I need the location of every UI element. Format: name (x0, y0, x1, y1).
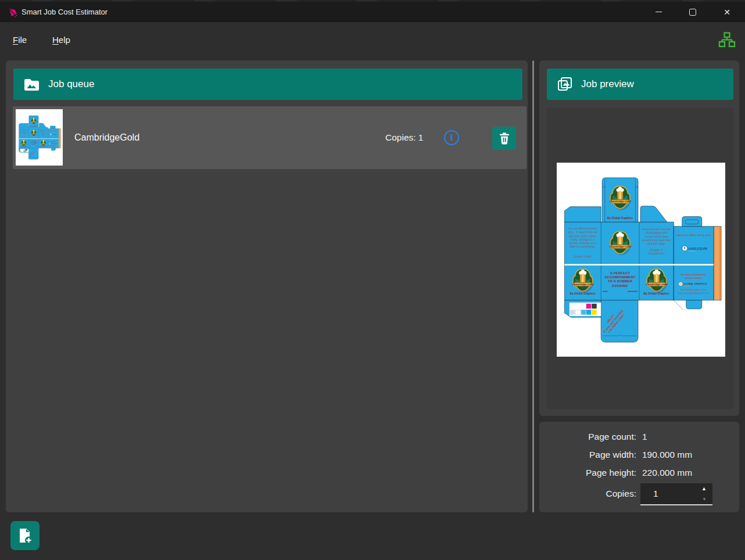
page-count-row: Page count: 1 (539, 430, 731, 444)
page-height-row: Page height: 220.000 mm (539, 466, 731, 480)
job-thumbnail (16, 109, 63, 166)
job-details-panel: Page count: 1 Page width: 190.000 mm Pag… (539, 422, 739, 512)
info-icon[interactable]: i (444, 130, 459, 145)
page-width-value: 190.000 mm (642, 450, 692, 460)
job-preview-panel: Job preview (539, 60, 739, 416)
page-count-value: 1 (642, 432, 647, 442)
job-queue-title: Job queue (48, 78, 94, 90)
menu-file-accel: F (13, 35, 18, 45)
copies-label: Copies: (539, 483, 636, 505)
page-count-label: Page count: (539, 432, 636, 442)
info-glyph: i (450, 133, 453, 142)
page-height-label: Page height: (539, 468, 636, 478)
job-queue-panel: Job queue CambridgeGold Copies: 1 i (6, 60, 528, 512)
menu-file-rest: ile (18, 35, 27, 45)
titlebar: Smart Job Cost Estimator ✕ (0, 2, 745, 22)
minimize-button[interactable] (645, 2, 672, 22)
job-queue-header: Job queue (13, 69, 522, 100)
close-icon: ✕ (723, 8, 730, 16)
spin-down-button[interactable]: ▼ (702, 497, 707, 502)
menu-help[interactable]: Help (52, 33, 70, 48)
trash-icon (498, 132, 511, 145)
app-logo-icon (8, 7, 19, 19)
job-preview-title: Job preview (581, 78, 634, 90)
network-status-icon[interactable] (718, 31, 736, 49)
job-row[interactable]: CambridgeGold Copies: 1 i (13, 106, 526, 169)
page-width-label: Page width: (539, 450, 636, 460)
add-file-icon (17, 527, 33, 544)
maximize-icon (689, 9, 696, 16)
job-name: CambridgeGold (74, 106, 139, 169)
page-height-value: 220.000 mm (642, 468, 692, 478)
copies-value[interactable]: 1 (653, 483, 658, 504)
add-job-button[interactable] (10, 521, 40, 550)
maximize-button[interactable] (679, 2, 706, 22)
minimize-icon (656, 12, 662, 12)
folder-image-icon (24, 78, 40, 91)
delete-job-button[interactable] (492, 127, 516, 150)
job-preview-header: Job preview (547, 69, 733, 100)
window-title: Smart Job Cost Estimator (22, 2, 108, 22)
page-width-row: Page width: 190.000 mm (539, 448, 731, 462)
job-preview-image (557, 163, 725, 357)
spin-up-button[interactable]: ▲ (701, 486, 707, 491)
menu-file[interactable]: File (13, 33, 27, 48)
menu-help-accel: H (52, 35, 59, 45)
panel-splitter[interactable] (532, 60, 534, 512)
photo-stack-icon (557, 77, 572, 92)
menu-help-rest: elp (59, 35, 70, 45)
close-button[interactable]: ✕ (714, 2, 740, 22)
copies-stepper[interactable]: 1 ▲ ▼ (640, 483, 712, 505)
job-copies-label: Copies: 1 (385, 106, 423, 169)
